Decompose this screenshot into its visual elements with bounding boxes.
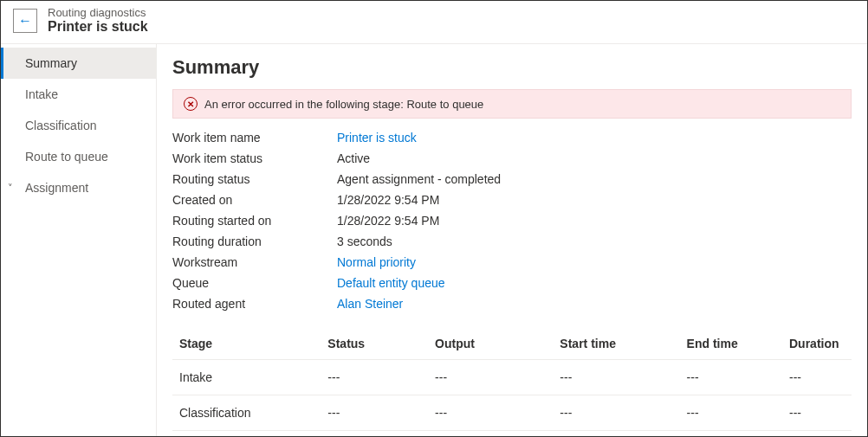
status-cell: --- xyxy=(327,406,421,420)
output-cell: --- xyxy=(428,431,553,437)
back-button[interactable]: ← xyxy=(13,9,37,33)
table-header-row: Stage Status Output Start time End time … xyxy=(172,328,852,360)
table-row: Classification--------------- xyxy=(172,395,852,431)
sidebar-item-intake[interactable]: Intake xyxy=(1,79,156,110)
sidebar-item-route-to-queue[interactable]: Route to queue xyxy=(1,141,156,172)
error-icon: ✕ xyxy=(184,97,198,111)
sidebar-item-label: Assignment xyxy=(25,181,88,195)
sidebar-item-classification[interactable]: Classification xyxy=(1,110,156,141)
sidebar: Summary Intake Classification Route to q… xyxy=(1,44,157,436)
duration-cell: 0 seconds xyxy=(782,431,852,437)
routed-agent-link[interactable]: Alan Steiner xyxy=(337,297,852,311)
table-row: Route to queue✕Error---1/28/2022 9:54 PM… xyxy=(172,431,852,437)
status-cell: --- xyxy=(327,370,421,384)
sidebar-item-label: Route to queue xyxy=(25,150,108,164)
sidebar-item-label: Classification xyxy=(25,119,96,132)
field-value: 3 seconds xyxy=(337,235,852,248)
summary-fields: Work item name Printer is stuck Work ite… xyxy=(172,131,852,311)
stage-cell: Classification xyxy=(179,406,250,420)
status-text: --- xyxy=(327,406,340,420)
duration-cell: --- xyxy=(782,360,852,395)
work-item-name-link[interactable]: Printer is stuck xyxy=(337,131,852,145)
start-time-cell: --- xyxy=(553,395,679,431)
field-label: Routed agent xyxy=(172,297,337,311)
field-value: 1/28/2022 9:54 PM xyxy=(337,214,852,228)
field-value: Active xyxy=(337,151,852,165)
col-header-status[interactable]: Status xyxy=(321,328,428,360)
output-cell: --- xyxy=(428,360,553,395)
error-alert: ✕ An error occurred in the following sta… xyxy=(172,89,852,119)
output-cell: --- xyxy=(428,395,553,431)
table-row: Intake--------------- xyxy=(172,360,852,395)
field-label: Queue xyxy=(172,276,337,290)
col-header-start[interactable]: Start time xyxy=(553,328,679,360)
workstream-link[interactable]: Normal priority xyxy=(337,255,852,269)
end-time-cell: --- xyxy=(680,395,782,431)
col-header-duration[interactable]: Duration xyxy=(782,328,852,360)
field-label: Routing duration xyxy=(172,235,337,248)
status-text: --- xyxy=(327,370,340,384)
end-time-cell: --- xyxy=(680,360,782,395)
main-heading: Summary xyxy=(172,56,852,79)
alert-text: An error occurred in the following stage… xyxy=(204,98,483,111)
field-label: Routing started on xyxy=(172,214,337,228)
stages-table: Stage Status Output Start time End time … xyxy=(172,328,852,436)
field-value: Agent assignment - completed xyxy=(337,172,852,186)
stage-cell: Intake xyxy=(179,370,212,384)
field-label: Routing status xyxy=(172,172,337,186)
field-label: Work item status xyxy=(172,151,337,165)
start-time-cell: --- xyxy=(553,360,679,395)
duration-cell: --- xyxy=(782,395,852,431)
col-header-end[interactable]: End time xyxy=(680,328,782,360)
page-title: Printer is stuck xyxy=(48,19,148,35)
field-label: Work item name xyxy=(172,131,337,145)
queue-link[interactable]: Default entity queue xyxy=(337,276,852,290)
sidebar-item-assignment[interactable]: ˅ Assignment xyxy=(1,172,156,203)
header-text: Routing diagnostics Printer is stuck xyxy=(48,6,148,35)
col-header-stage[interactable]: Stage xyxy=(172,328,321,360)
sidebar-item-label: Intake xyxy=(25,87,58,101)
col-header-output[interactable]: Output xyxy=(428,328,553,360)
sidebar-item-label: Summary xyxy=(25,56,77,70)
field-value: 1/28/2022 9:54 PM xyxy=(337,193,852,207)
start-time-cell: 1/28/2022 9:54 PM xyxy=(553,431,679,437)
main-content: Summary ✕ An error occurred in the follo… xyxy=(157,44,867,436)
sidebar-item-summary[interactable]: Summary xyxy=(1,48,156,79)
page-header: ← Routing diagnostics Printer is stuck xyxy=(1,1,867,44)
field-label: Created on xyxy=(172,193,337,207)
end-time-cell: 1/28/2022 9:5... xyxy=(680,431,782,437)
chevron-down-icon: ˅ xyxy=(8,183,13,194)
arrow-left-icon: ← xyxy=(18,13,32,29)
breadcrumb: Routing diagnostics xyxy=(48,6,148,19)
field-label: Workstream xyxy=(172,255,337,269)
